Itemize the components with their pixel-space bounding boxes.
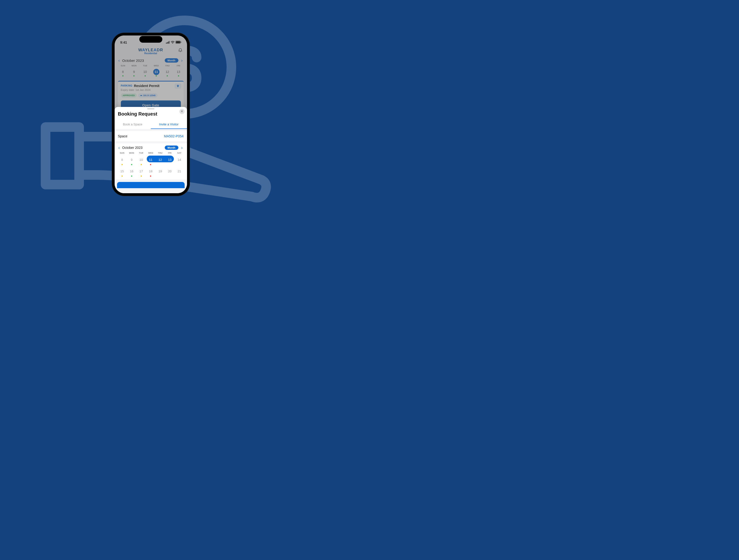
weekday-label: SUN [118, 152, 127, 155]
dot-icon [122, 75, 124, 76]
sheet-month-nav: ‹ October 2023 Month › [115, 145, 187, 152]
sheet-date-cell[interactable]: 18 [146, 168, 156, 177]
home-date-cell[interactable]: 11 [151, 69, 162, 76]
weekday-label: MON [129, 64, 140, 67]
phone-frame: 9:41 WAYLEADR Residential [112, 33, 189, 196]
date-num: 12 [164, 69, 170, 75]
home-date-cell[interactable]: 8 [118, 69, 129, 76]
battery-icon [175, 40, 181, 44]
home-date-cell[interactable]: 10 [140, 69, 151, 76]
sheet-month-label[interactable]: October 2023 [122, 146, 143, 150]
sheet-cal-row: 15 16 17 18 19 20 21 [115, 167, 187, 178]
home-month-nav: ‹ October 2023 Month › [115, 57, 187, 64]
space-label: Space [118, 134, 128, 138]
close-icon[interactable]: ✕ [179, 109, 185, 114]
date-num: 16 [128, 168, 135, 175]
brand-text: A [142, 48, 145, 52]
weekday-label: FRI [165, 152, 174, 155]
location-pin-button[interactable] [174, 83, 181, 89]
sheet-month-pill[interactable]: Month [165, 146, 178, 150]
date-num: 21 [176, 168, 183, 175]
permit-tag: PARKING [121, 84, 133, 87]
sheet-date-cell[interactable]: 12 [155, 156, 165, 166]
svg-rect-2 [167, 42, 168, 44]
sheet-date-cell[interactable]: 16 [127, 168, 136, 177]
dot-icon [178, 75, 179, 76]
sheet-date-cell[interactable]: 11 [146, 156, 156, 166]
plate-text: 191 D 12345 [143, 94, 156, 97]
weekday-label: TUE [136, 152, 146, 155]
date-num: 8 [120, 69, 126, 75]
home-month-label[interactable]: October 2023 [122, 58, 144, 62]
tab-invite-visitor[interactable]: Invite a Visitor [151, 121, 187, 129]
weekday-label: TUE [140, 64, 151, 67]
weekday-label: THU [162, 64, 173, 67]
sheet-date-cell[interactable]: 19 [155, 168, 165, 177]
home-date-cell[interactable]: 9 [129, 69, 140, 76]
svg-rect-8 [180, 41, 181, 43]
weekday-label: SUN [118, 64, 129, 67]
sheet-date-cell[interactable]: 15 [118, 168, 127, 177]
sheet-date-cell[interactable]: 13 [165, 156, 174, 166]
date-num: 18 [147, 168, 154, 175]
sheet-date-cell[interactable]: 21 [174, 168, 184, 177]
svg-point-5 [172, 43, 173, 44]
sheet-date-cell[interactable]: 8 [118, 156, 127, 166]
home-date-row: 8 9 10 11 12 13 [115, 68, 187, 79]
date-num: 13 [175, 69, 181, 75]
date-num: 10 [138, 157, 145, 163]
sheet-date-cell[interactable]: 20 [165, 168, 174, 177]
svg-rect-4 [169, 41, 169, 44]
sheet-date-cell[interactable]: 10 [136, 156, 146, 166]
sheet-title: Booking Request [115, 109, 187, 119]
date-num: 8 [119, 157, 126, 163]
sheet-cal-row: /* override inline with simpler calc */ … [115, 155, 187, 167]
date-num: 14 [176, 157, 183, 163]
chevron-right-icon[interactable]: › [180, 58, 184, 63]
sheet-date-cell[interactable]: 14 [174, 156, 184, 166]
date-num: 10 [142, 69, 148, 75]
sheet-date-cell[interactable]: 9 [127, 156, 136, 166]
bell-icon[interactable] [178, 47, 183, 53]
space-row[interactable]: Space MA502-P054 [115, 131, 187, 142]
sheet-cta-button[interactable] [117, 182, 185, 188]
permit-badges: APPROVED 191 D 12345 [121, 93, 181, 98]
chevron-right-icon[interactable]: › [180, 145, 184, 150]
date-num: 19 [157, 168, 164, 175]
brand-text: DR [157, 48, 163, 52]
chevron-left-icon[interactable]: ‹ [118, 145, 121, 150]
dot-icon [150, 175, 151, 177]
signal-icon [166, 40, 170, 44]
dynamic-island [139, 36, 162, 43]
weekday-label: SAT [174, 152, 184, 155]
brand-subtitle: Residential [138, 52, 163, 55]
sheet-date-cell[interactable]: 17 [136, 168, 146, 177]
home-date-cell[interactable]: 12 [162, 69, 173, 76]
brand-logo: WAYLEADR Residential [138, 48, 163, 55]
phone-screen: 9:41 WAYLEADR Residential [115, 35, 187, 193]
date-num: 15 [119, 168, 126, 175]
dot-icon [122, 175, 123, 177]
car-icon [140, 95, 142, 97]
status-time: 9:41 [120, 40, 127, 44]
date-num: 11 [147, 157, 154, 163]
dot-icon [141, 175, 142, 177]
tab-book-space[interactable]: Book a Space [115, 121, 151, 129]
weekday-label: MON [127, 152, 136, 155]
app-header: WAYLEADR Residential [115, 46, 187, 57]
home-month-pill[interactable]: Month [165, 58, 178, 62]
date-num: 12 [157, 157, 164, 163]
dot-icon [145, 75, 146, 76]
date-num: 17 [138, 168, 145, 175]
brand-text: A [154, 48, 157, 52]
sheet-tabs: Book a Space Invite a Visitor [115, 119, 187, 129]
status-indicators [166, 40, 181, 44]
weekday-label: WED [146, 152, 156, 155]
home-date-cell[interactable]: 13 [173, 69, 184, 76]
svg-rect-7 [176, 41, 180, 43]
dot-icon [156, 75, 157, 76]
home-weekday-row: SUN MON TUE WED THU FRI [115, 64, 187, 68]
dot-icon [131, 164, 132, 165]
chevron-left-icon[interactable]: ‹ [118, 58, 121, 63]
dot-icon [167, 75, 168, 76]
